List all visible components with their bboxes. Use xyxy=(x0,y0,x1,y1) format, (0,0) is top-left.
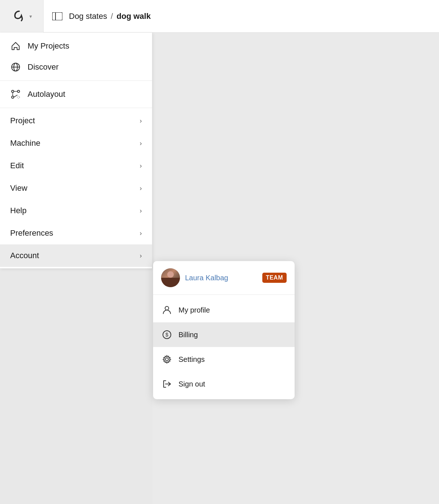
my-profile-label: My profile xyxy=(179,306,210,314)
billing-icon: $ xyxy=(161,329,173,340)
svg-line-10 xyxy=(14,95,17,97)
menu-item-edit[interactable]: Edit › xyxy=(0,154,152,177)
menu-item-discover[interactable]: Discover xyxy=(0,57,152,78)
logo-area[interactable]: ▾ xyxy=(0,0,44,33)
menu-item-my-projects[interactable]: My Projects xyxy=(0,36,152,57)
submenu-item-sign-out[interactable]: Sign out xyxy=(153,372,295,396)
menu-item-project[interactable]: Project › xyxy=(0,110,152,132)
submenu-item-my-profile[interactable]: My profile xyxy=(153,298,295,322)
view-label: View xyxy=(10,183,27,193)
breadcrumb-file: dog walk xyxy=(116,12,151,21)
discover-label: Discover xyxy=(28,62,59,72)
account-submenu-items: My profile $ Billing Settings xyxy=(153,295,295,399)
menu-item-view[interactable]: View › xyxy=(0,177,152,199)
submenu-item-settings[interactable]: Settings xyxy=(153,347,295,372)
help-label: Help xyxy=(10,206,26,215)
settings-icon xyxy=(161,354,173,365)
edit-chevron-icon: › xyxy=(140,162,142,170)
sign-out-label: Sign out xyxy=(179,380,205,388)
home-icon xyxy=(10,41,21,51)
svg-text:$: $ xyxy=(165,332,168,338)
avatar xyxy=(161,268,180,287)
account-username: Laura Kalbag xyxy=(185,274,257,282)
menu-item-autolayout[interactable]: Autolayout xyxy=(0,84,152,105)
svg-point-12 xyxy=(165,306,169,310)
team-badge: TEAM xyxy=(262,273,287,283)
machine-chevron-icon: › xyxy=(140,140,142,147)
svg-point-11 xyxy=(17,96,20,98)
breadcrumb: Dog states / dog walk xyxy=(44,12,159,21)
account-submenu: Laura Kalbag TEAM My profile $ Billing xyxy=(153,261,295,399)
svg-point-7 xyxy=(12,96,14,98)
billing-label: Billing xyxy=(179,331,198,339)
autolayout-icon xyxy=(10,89,21,100)
project-chevron-icon: › xyxy=(140,117,142,125)
settings-label: Settings xyxy=(179,355,205,364)
preferences-label: Preferences xyxy=(10,228,53,238)
main-menu: My Projects Discover xyxy=(0,33,152,269)
help-chevron-icon: › xyxy=(140,207,142,215)
menu-item-machine[interactable]: Machine › xyxy=(0,132,152,154)
account-label: Account xyxy=(10,251,39,260)
menu-section-autolayout: Autolayout xyxy=(0,81,152,108)
profile-icon xyxy=(161,304,173,316)
avatar-image xyxy=(161,268,180,287)
topbar: ▾ Dog states / dog walk xyxy=(0,0,439,33)
account-header: Laura Kalbag TEAM xyxy=(153,261,295,295)
globe-icon xyxy=(10,62,21,73)
project-label: Project xyxy=(10,116,35,125)
logo-chevron-icon: ▾ xyxy=(29,13,32,19)
svg-point-5 xyxy=(12,90,14,92)
breadcrumb-project: Dog states xyxy=(69,12,107,21)
menu-item-help[interactable]: Help › xyxy=(0,199,152,222)
autolayout-label: Autolayout xyxy=(28,90,65,99)
view-chevron-icon: › xyxy=(140,185,142,192)
menu-section-nav: My Projects Discover xyxy=(0,33,152,81)
menu-item-preferences[interactable]: Preferences › xyxy=(0,222,152,244)
edit-label: Edit xyxy=(10,161,24,170)
sign-out-icon xyxy=(161,378,173,390)
preferences-chevron-icon: › xyxy=(140,230,142,237)
svg-point-15 xyxy=(165,358,168,361)
account-chevron-icon: › xyxy=(140,252,142,260)
breadcrumb-separator: / xyxy=(111,12,113,21)
svg-rect-0 xyxy=(52,12,62,20)
svg-point-6 xyxy=(17,90,20,92)
my-projects-label: My Projects xyxy=(28,41,69,51)
sidebar-toggle-icon[interactable] xyxy=(52,12,62,20)
menu-item-account[interactable]: Account › xyxy=(0,244,152,267)
menu-section-submenu: Project › Machine › Edit › View › Help ›… xyxy=(0,108,152,268)
machine-label: Machine xyxy=(10,139,40,148)
app-logo-icon xyxy=(11,8,27,24)
submenu-item-billing[interactable]: $ Billing xyxy=(153,322,295,347)
